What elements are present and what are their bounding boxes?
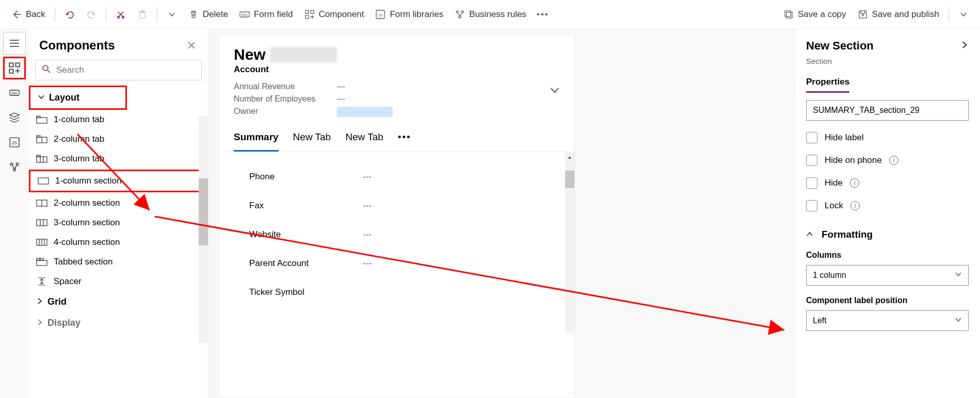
section-4col-icon: [36, 238, 47, 247]
check-lock[interactable]: Lock i: [806, 200, 969, 211]
form-libraries-button[interactable]: JS Form libraries: [370, 6, 448, 23]
props-expand-button[interactable]: [960, 41, 969, 51]
svg-text:Abc: Abc: [11, 91, 18, 95]
hamburger-button[interactable]: [3, 32, 26, 55]
cut-button[interactable]: [110, 6, 131, 23]
chevron-up-icon: [806, 229, 813, 240]
form-field-rail-button[interactable]: Abc: [3, 81, 26, 104]
business-rules-button[interactable]: Business rules: [449, 6, 532, 23]
layout-item-1col-tab[interactable]: 1-column tab: [29, 110, 208, 129]
labelpos-select[interactable]: Left: [806, 310, 969, 331]
formatting-label: Formatting: [822, 229, 873, 240]
meta-row-owner[interactable]: Owner: [234, 107, 393, 117]
header-expand-button[interactable]: [550, 82, 560, 117]
save-publish-button[interactable]: Save and publish: [853, 6, 944, 23]
overflow-button[interactable]: •••: [533, 6, 553, 23]
rules-icon: [455, 9, 465, 20]
form-card[interactable]: New Account Annual Revenue --- Number of…: [219, 34, 575, 398]
form-field-button[interactable]: Abc Form field: [234, 6, 298, 23]
components-search[interactable]: [35, 60, 202, 80]
field-parent-account[interactable]: Parent Account ---: [219, 249, 574, 278]
layout-item-1col-section[interactable]: 1-column section: [29, 170, 208, 192]
chevron-down-icon: [955, 271, 962, 280]
search-input[interactable]: [56, 65, 195, 75]
item-label: 2-column tab: [54, 134, 104, 144]
info-icon[interactable]: i: [850, 178, 859, 188]
save-copy-button[interactable]: Save a copy: [778, 6, 852, 23]
checkbox[interactable]: [806, 177, 817, 189]
meta-label: Owner: [234, 107, 322, 117]
svg-rect-31: [37, 136, 40, 137]
top-toolbar: Back Delete Abc Form fi: [0, 0, 980, 29]
columns-select[interactable]: 1 column: [806, 265, 969, 286]
layout-item-3col-section[interactable]: 3-column section: [29, 213, 208, 233]
ellipsis-icon: •••: [538, 9, 548, 20]
layout-item-4col-section[interactable]: 4-column section: [29, 233, 208, 252]
item-label: 1-column section: [55, 176, 122, 186]
tab-summary[interactable]: Summary: [234, 131, 279, 152]
cut-icon: [116, 9, 126, 20]
layout-item-tabbed-section[interactable]: Tabbed section: [29, 252, 208, 272]
props-tab-properties[interactable]: Properties: [806, 77, 849, 93]
section-name-input[interactable]: [806, 100, 969, 121]
formatting-section-head[interactable]: Formatting: [806, 229, 969, 240]
display-section-head[interactable]: Display: [29, 312, 208, 334]
form-scrollbar-up[interactable]: ▲: [565, 152, 574, 161]
svg-rect-8: [306, 15, 309, 19]
check-hide-label[interactable]: Hide label: [806, 132, 969, 143]
checkbox[interactable]: [806, 200, 817, 211]
layout-item-2col-tab[interactable]: 2-column tab: [29, 129, 208, 149]
layout-item-2col-section[interactable]: 2-column section: [29, 193, 208, 213]
more-dropdown[interactable]: [162, 6, 182, 23]
undo-icon: [65, 9, 75, 20]
svg-text:JS: JS: [378, 13, 382, 18]
form-scrollbar-thumb[interactable]: [565, 171, 574, 188]
undo-button[interactable]: [59, 6, 80, 23]
info-icon[interactable]: i: [850, 201, 860, 210]
form-field-label: Form field: [254, 9, 293, 20]
layout-label: Layout: [49, 92, 79, 103]
check-hide[interactable]: Hide i: [806, 177, 969, 189]
scrollbar-thumb[interactable]: [199, 178, 208, 245]
svg-point-13: [459, 16, 461, 18]
paste-icon: [137, 9, 148, 20]
components-rail-button[interactable]: [3, 57, 26, 79]
separator: [106, 7, 106, 22]
check-hide-phone[interactable]: Hide on phone i: [806, 155, 969, 166]
save-publish-dropdown[interactable]: [953, 6, 974, 23]
rules-rail-button[interactable]: [3, 156, 26, 178]
layout-item-spacer[interactable]: Spacer: [29, 272, 208, 291]
tab-1col-icon: [36, 115, 47, 124]
meta-label: Annual Revenue: [234, 82, 322, 91]
grid-section-head[interactable]: Grid: [29, 291, 208, 312]
tab-new-1[interactable]: New Tab: [293, 131, 331, 152]
layout-item-3col-tab[interactable]: 3-column tab: [29, 149, 208, 169]
svg-rect-34: [38, 178, 49, 184]
info-icon[interactable]: i: [889, 156, 898, 165]
meta-row-revenue[interactable]: Annual Revenue ---: [234, 82, 393, 91]
layers-rail-button[interactable]: [3, 106, 26, 129]
tabs-overflow[interactable]: •••: [398, 131, 411, 152]
field-fax[interactable]: Fax ---: [219, 191, 574, 220]
delete-button[interactable]: Delete: [183, 6, 233, 23]
component-label: Component: [319, 9, 364, 20]
tab-new-2[interactable]: New Tab: [345, 131, 383, 152]
meta-row-employees[interactable]: Number of Employees ---: [234, 94, 393, 104]
field-website[interactable]: Website ---: [219, 220, 574, 249]
save-publish-label: Save and publish: [872, 9, 939, 20]
item-label: 1-column tab: [54, 114, 104, 125]
component-button[interactable]: Component: [299, 6, 369, 23]
close-panel-button[interactable]: [185, 39, 198, 52]
paste-button[interactable]: [132, 6, 153, 23]
trash-icon: [188, 9, 199, 20]
checkbox[interactable]: [806, 132, 817, 143]
js-rail-button[interactable]: JS: [3, 131, 26, 154]
checkbox[interactable]: [806, 155, 817, 166]
section-1col-icon: [38, 176, 49, 186]
field-phone[interactable]: Phone ---: [219, 162, 574, 191]
redo-button[interactable]: [81, 6, 102, 23]
layout-section-head[interactable]: Layout: [29, 86, 127, 110]
field-ticker[interactable]: Ticker Symbol: [219, 278, 574, 307]
back-button[interactable]: Back: [6, 6, 51, 23]
meta-value: ---: [337, 82, 345, 91]
